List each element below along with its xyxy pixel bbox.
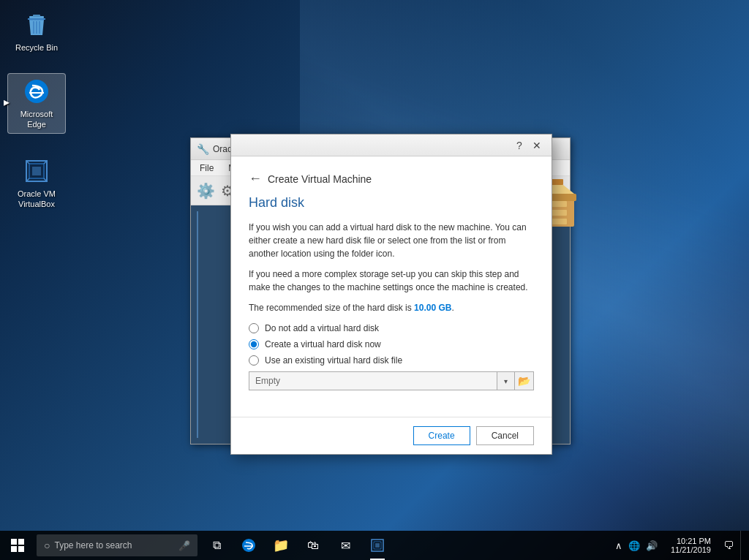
- mail-icon: ✉: [341, 539, 350, 553]
- network-icon[interactable]: 🌐: [627, 539, 641, 553]
- task-view-icon: ⧉: [213, 539, 221, 552]
- edge-icon: [22, 77, 51, 106]
- virtualbox-icon: [22, 156, 51, 186]
- dialog-content: ← Create Virtual Machine Hard disk If yo…: [231, 156, 552, 417]
- create-vm-dialog: ? ✕ ← Create Virtual Machine Hard disk I…: [230, 134, 552, 455]
- svg-rect-6: [32, 167, 41, 175]
- file-combo-arrow[interactable]: ▾: [497, 371, 515, 390]
- recommended-size: 10.00 GB: [414, 303, 451, 313]
- back-arrow-icon: ←: [249, 171, 262, 186]
- desktop-icon-edge[interactable]: Microsoft Edge: [7, 73, 66, 134]
- taskbar-search[interactable]: ○ Type here to search 🎤: [37, 534, 197, 556]
- taskbar-virtualbox-icon: [370, 538, 385, 553]
- radio-use-existing[interactable]: Use an existing virtual hard disk file: [249, 355, 534, 366]
- recycle-bin-icon: [22, 10, 51, 39]
- taskbar-apps: ⧉ 📁 🛍 ✉: [200, 531, 394, 560]
- taskbar-explorer[interactable]: 📁: [265, 531, 297, 560]
- taskbar-mail[interactable]: ✉: [329, 531, 361, 560]
- taskbar-store[interactable]: 🛍: [297, 531, 329, 560]
- dialog-help-btn[interactable]: ?: [511, 137, 528, 154]
- clock-date: 11/21/2019: [671, 545, 711, 554]
- dialog-step-title: Create Virtual Machine: [268, 173, 372, 185]
- radio-use-existing-label: Use an existing virtual hard disk file: [265, 355, 402, 366]
- dialog-close-btn[interactable]: ✕: [528, 137, 546, 154]
- start-button[interactable]: [0, 531, 35, 560]
- clock-time: 10:21 PM: [677, 537, 711, 545]
- file-combo[interactable]: Empty: [249, 371, 497, 390]
- system-tray-icons: ∧ 🌐 🔊: [608, 539, 665, 553]
- dialog-section-title: Hard disk: [249, 195, 534, 211]
- dialog-description-1: If you wish you can add a virtual hard d…: [249, 221, 534, 260]
- notification-center-btn[interactable]: 🗨: [717, 531, 740, 560]
- radio-no-disk[interactable]: Do not add a virtual hard disk: [249, 323, 534, 333]
- taskbar-edge-icon: [241, 538, 256, 553]
- virtualbox-label: Oracle VMVirtualBox: [18, 189, 56, 210]
- radio-create-disk[interactable]: Create a virtual hard disk now: [249, 339, 534, 349]
- show-desktop-btn[interactable]: [740, 531, 746, 560]
- radio-no-disk-label: Do not add a virtual hard disk: [265, 323, 379, 333]
- vbox-menu-file[interactable]: File: [197, 162, 217, 175]
- vbox-title-icon: 🔧: [197, 143, 208, 155]
- taskbar-edge[interactable]: [233, 531, 265, 560]
- store-icon: 🛍: [307, 539, 319, 552]
- desktop-icon-recycle-bin[interactable]: Recycle Bin: [7, 7, 66, 56]
- windows-logo: [11, 539, 24, 552]
- taskbar: ○ Type here to search 🎤 ⧉ 📁 🛍: [0, 531, 749, 560]
- search-icon: ○: [44, 540, 50, 551]
- desktop-icon-virtualbox[interactable]: Oracle VMVirtualBox: [7, 154, 66, 213]
- explorer-icon: 📁: [273, 537, 289, 553]
- svg-point-18: [242, 539, 255, 552]
- expand-tray-icon[interactable]: ∧: [614, 539, 624, 553]
- search-placeholder: Type here to search: [54, 540, 132, 550]
- dialog-back-row[interactable]: ← Create Virtual Machine: [249, 171, 534, 186]
- edge-label: Microsoft Edge: [11, 109, 62, 130]
- cancel-button[interactable]: Cancel: [476, 426, 534, 445]
- taskbar-system-tray: ∧ 🌐 🔊 10:21 PM 11/21/2019 🗨: [608, 531, 749, 560]
- svg-rect-2: [33, 15, 40, 17]
- taskbar-virtualbox[interactable]: [361, 531, 394, 560]
- dialog-titlebar: ? ✕: [231, 135, 552, 156]
- notification-icon: 🗨: [723, 540, 734, 551]
- file-selector: Empty ▾ 📂: [249, 371, 534, 390]
- taskbar-task-view[interactable]: ⧉: [200, 531, 233, 560]
- recycle-bin-label: Recycle Bin: [15, 42, 58, 53]
- microphone-icon: 🎤: [178, 540, 190, 551]
- dialog-description-3: The recommended size of the hard disk is…: [249, 301, 534, 314]
- svg-rect-21: [375, 543, 380, 548]
- dialog-footer: Create Cancel: [231, 417, 552, 454]
- volume-icon[interactable]: 🔊: [644, 539, 659, 553]
- create-button[interactable]: Create: [413, 426, 470, 445]
- system-clock[interactable]: 10:21 PM 11/21/2019: [665, 537, 717, 554]
- radio-create-disk-label: Create a virtual hard disk now: [265, 339, 381, 349]
- svg-point-3: [25, 80, 48, 103]
- file-browse-btn[interactable]: 📂: [515, 371, 534, 390]
- desktop: Recycle Bin Microsoft Edge Oracle VMVirt: [0, 0, 749, 560]
- dialog-description-2: If you need a more complex storage set-u…: [249, 268, 534, 294]
